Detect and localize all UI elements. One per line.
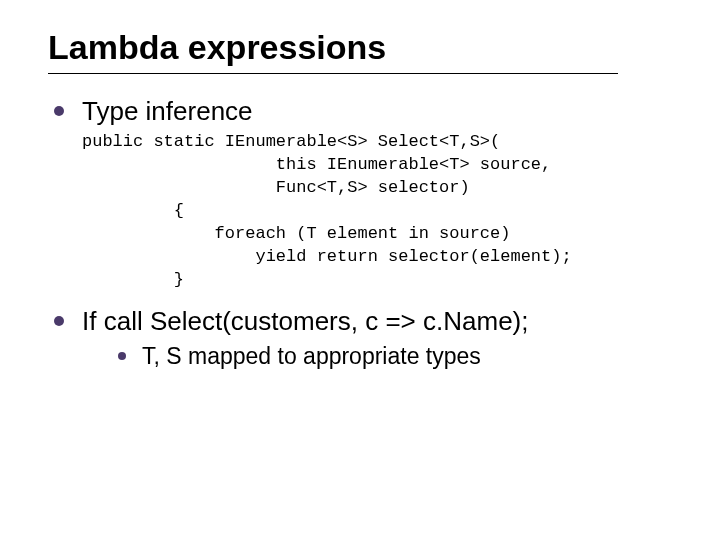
bullet-text: If call Select(customers, c => c.Name); (82, 306, 528, 336)
bullet-list: Type inference public static IEnumerable… (48, 96, 680, 370)
slide: Lambda expressions Type inference public… (0, 0, 720, 540)
bullet-text: Type inference (82, 96, 253, 126)
title-underline (48, 73, 618, 74)
sub-bullet-mapping: T, S mapped to appropriate types (116, 343, 680, 370)
slide-title: Lambda expressions (48, 28, 680, 67)
sub-bullet-text: T, S mapped to appropriate types (142, 343, 481, 369)
sub-bullet-list: T, S mapped to appropriate types (82, 343, 680, 370)
code-block: public static IEnumerable<S> Select<T,S>… (82, 131, 680, 292)
bullet-if-call: If call Select(customers, c => c.Name); … (52, 306, 680, 370)
bullet-type-inference: Type inference public static IEnumerable… (52, 96, 680, 292)
